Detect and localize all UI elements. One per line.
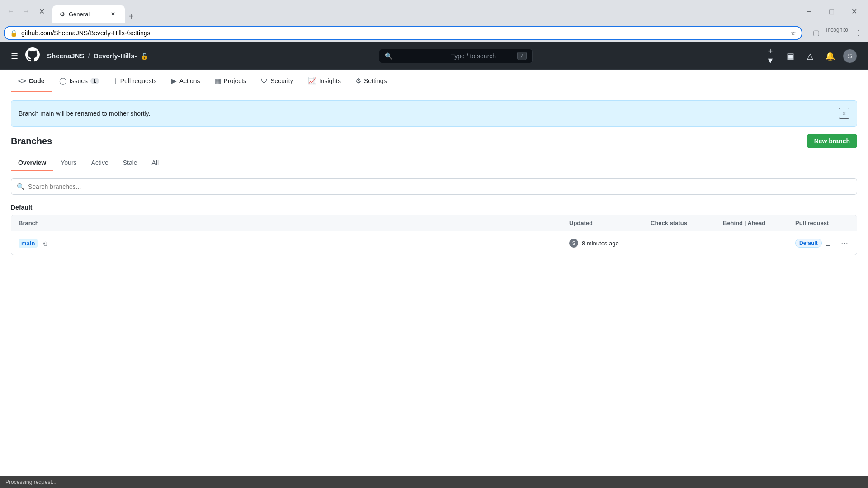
branch-tabs: Overview Yours Active Stale All: [11, 155, 857, 171]
default-section-label: Default: [11, 204, 857, 211]
nav-actions-label: Actions: [179, 77, 200, 84]
branch-actions: 🗑 ⋯: [822, 237, 851, 249]
header-center: 🔍 Type / to search /: [156, 49, 756, 63]
more-options-button[interactable]: ⋯: [838, 237, 851, 249]
window-controls: – ◻ ✕: [798, 4, 864, 19]
delete-branch-button[interactable]: 🗑: [822, 237, 835, 249]
create-button[interactable]: + ▼: [763, 49, 778, 63]
settings-nav-icon: ⚙: [355, 77, 361, 85]
pull-request-cell: Default 🗑 ⋯: [795, 237, 849, 249]
table-row: main ⎗ S 8 minutes ago Default 🗑 ⋯: [11, 231, 857, 255]
tab-all[interactable]: All: [145, 155, 166, 171]
new-branch-button[interactable]: New branch: [807, 134, 857, 148]
tab-favicon: ⚙: [60, 11, 65, 18]
browser-chrome: ← → ✕ ⚙ General ✕ + – ◻ ✕: [0, 0, 868, 23]
nav-item-actions[interactable]: ▶ Actions: [164, 70, 208, 92]
github-logo: [25, 47, 40, 65]
tab-title: General: [69, 11, 90, 18]
breadcrumb-separator: /: [88, 52, 90, 60]
reload-button[interactable]: ✕: [34, 4, 49, 19]
lock-icon: 🔒: [10, 29, 18, 37]
global-search[interactable]: 🔍 Type / to search /: [379, 49, 533, 63]
repo-nav: <> Code ◯ Issues 1 ⎱ Pull requests ▶ Act…: [0, 70, 868, 93]
banner-text: Branch main will be renamed to mother sh…: [19, 110, 151, 117]
updated-cell: S 8 minutes ago: [569, 239, 651, 248]
actions-nav-icon: ▶: [171, 77, 177, 85]
nav-item-code[interactable]: <> Code: [11, 70, 52, 92]
github-page: ☰ SheenaJNS / Beverly-Hills- 🔒 🔍 Type / …: [0, 42, 868, 488]
header-right: + ▼ ▣ △ 🔔 S: [763, 49, 857, 63]
minimize-button[interactable]: –: [798, 4, 819, 19]
nav-insights-label: Insights: [319, 77, 341, 84]
breadcrumb: SheenaJNS / Beverly-Hills- 🔒: [47, 52, 148, 60]
insights-nav-icon: 📈: [308, 77, 316, 85]
browser-nav-buttons: ← → ✕: [4, 4, 49, 19]
branch-search-box[interactable]: 🔍: [11, 178, 857, 195]
branch-search-input[interactable]: [28, 183, 851, 190]
url-input[interactable]: github.com/SheenaJNS/Beverly-Hills-/sett…: [21, 29, 787, 37]
nav-item-insights[interactable]: 📈 Insights: [301, 70, 348, 92]
nav-item-security[interactable]: 🛡 Security: [254, 70, 301, 92]
breadcrumb-user-link[interactable]: SheenaJNS: [47, 52, 85, 60]
nav-item-projects[interactable]: ▦ Projects: [208, 70, 254, 92]
status-bar: Processing request...: [0, 476, 868, 488]
forward-button[interactable]: →: [19, 4, 33, 19]
branch-search-icon: 🔍: [17, 183, 24, 190]
issues-badge: 1: [90, 78, 99, 84]
hamburger-menu[interactable]: ☰: [11, 51, 18, 61]
table-header: Branch Updated Check status Behind | Ahe…: [11, 215, 857, 231]
col-pull-request: Pull request: [795, 220, 849, 226]
browser-toolbar: ▢ Incognito ⋮: [810, 27, 864, 39]
close-button[interactable]: ✕: [844, 4, 864, 19]
code-icon: <>: [18, 77, 26, 84]
copy-branch-button[interactable]: ⎗: [43, 239, 47, 247]
tab-yours[interactable]: Yours: [53, 155, 84, 171]
nav-item-issues[interactable]: ◯ Issues 1: [52, 70, 106, 92]
pull-requests-icon[interactable]: △: [803, 49, 817, 63]
col-branch: Branch: [19, 220, 569, 226]
nav-code-label: Code: [29, 77, 45, 84]
branch-cell: main ⎗: [19, 239, 569, 248]
branches-table: Branch Updated Check status Behind | Ahe…: [11, 215, 857, 255]
updated-time: 8 minutes ago: [582, 240, 619, 247]
tab-overview[interactable]: Overview: [11, 155, 53, 171]
nav-projects-label: Projects: [224, 77, 247, 84]
issues-icon[interactable]: ▣: [783, 49, 797, 63]
status-text: Processing request...: [5, 479, 57, 485]
tab-bar: ⚙ General ✕ +: [52, 0, 791, 23]
search-placeholder: Type / to search: [451, 52, 514, 60]
user-avatar[interactable]: S: [843, 49, 857, 63]
committer-avatar: S: [569, 239, 578, 248]
tab-close-button[interactable]: ✕: [108, 9, 118, 19]
tab-active[interactable]: Active: [84, 155, 116, 171]
extensions-button[interactable]: ▢: [810, 27, 822, 39]
bookmark-icon: ☆: [790, 29, 796, 37]
banner-close-button[interactable]: ×: [839, 108, 849, 119]
branches-header: Branches New branch: [11, 134, 857, 148]
maximize-button[interactable]: ◻: [821, 4, 842, 19]
new-tab-button[interactable]: +: [125, 10, 137, 23]
nav-pr-label: Pull requests: [120, 77, 157, 84]
col-check-status: Check status: [651, 220, 723, 226]
projects-nav-icon: ▦: [215, 77, 221, 85]
default-badge: Default: [795, 239, 822, 248]
menu-button[interactable]: ⋮: [852, 27, 864, 39]
search-icon: 🔍: [385, 52, 448, 60]
github-header: ☰ SheenaJNS / Beverly-Hills- 🔒 🔍 Type / …: [0, 42, 868, 70]
breadcrumb-repo: Beverly-Hills-: [94, 52, 137, 60]
branches-title: Branches: [11, 136, 52, 146]
security-nav-icon: 🛡: [261, 77, 268, 84]
nav-item-settings[interactable]: ⚙ Settings: [348, 70, 394, 92]
back-button[interactable]: ←: [4, 4, 18, 19]
pr-nav-icon: ⎱: [113, 77, 118, 84]
issues-nav-icon: ◯: [59, 77, 67, 85]
notifications-icon[interactable]: 🔔: [823, 49, 837, 63]
nav-security-label: Security: [270, 77, 293, 84]
address-bar-row: 🔒 github.com/SheenaJNS/Beverly-Hills-/se…: [0, 23, 868, 42]
address-bar[interactable]: 🔒 github.com/SheenaJNS/Beverly-Hills-/se…: [4, 26, 802, 40]
branch-name-link[interactable]: main: [19, 239, 38, 248]
tab-stale[interactable]: Stale: [116, 155, 145, 171]
nav-item-pull-requests[interactable]: ⎱ Pull requests: [106, 70, 164, 92]
repo-lock-icon: 🔒: [141, 52, 148, 60]
browser-tab[interactable]: ⚙ General ✕: [52, 5, 125, 23]
